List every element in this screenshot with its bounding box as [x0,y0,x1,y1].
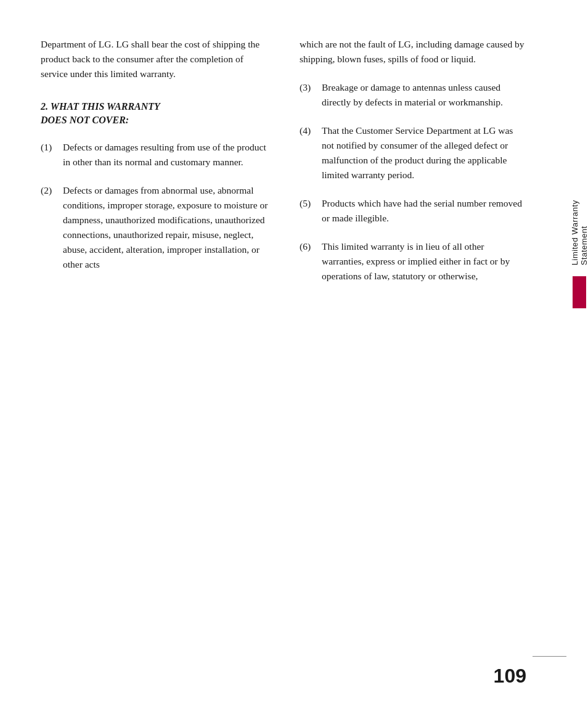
right-list-item-4: (4) That the Customer Service Department… [300,123,526,183]
right-list-number-6: (6) [300,239,322,284]
right-list-number-4: (4) [300,123,322,183]
intro-text: Department of LG. LG shall bear the cost… [41,37,269,81]
list-number-1: (1) [41,140,63,170]
list-item-1: (1) Defects or damages resulting from us… [41,140,269,170]
right-list-number-5: (5) [300,196,322,226]
sidebar-tab: Limited Warranty Statement [571,173,588,308]
right-list-text-3: Breakage or damage to antennas unless ca… [322,80,526,110]
right-item-continuation: which are not the fault of LG, including… [300,37,526,67]
right-list-text-6: This limited warranty is in lieu of all … [322,239,526,284]
right-list-item-3: (3) Breakage or damage to antennas unles… [300,80,526,110]
sidebar-red-bar [573,276,586,308]
content-area: Department of LG. LG shall bear the cost… [41,37,526,657]
right-list-item-5: (5) Products which have had the serial n… [300,196,526,226]
section-heading-line2: DOES NOT COVER: [41,113,269,127]
left-column: Department of LG. LG shall bear the cost… [41,37,287,657]
right-list-number-3: (3) [300,80,322,110]
section-heading: 2. WHAT THIS WARRANTY DOES NOT COVER: [41,100,269,128]
sidebar-label: Limited Warranty Statement [570,173,588,265]
list-number-2: (2) [41,183,63,272]
right-list-text-4: That the Customer Service Department at … [322,123,526,183]
right-list-item-6: (6) This limited warranty is in lieu of … [300,239,526,284]
list-text-2: Defects or damages from abnormal use, ab… [63,183,269,272]
section-heading-line1: 2. WHAT THIS WARRANTY [41,100,269,113]
bottom-divider-line [533,656,566,657]
list-item-2: (2) Defects or damages from abnormal use… [41,183,269,272]
page-number: 109 [494,665,526,688]
right-item-continuation-text: which are not the fault of LG, including… [300,39,525,64]
right-list-text-5: Products which have had the serial numbe… [322,196,526,226]
page-container: Department of LG. LG shall bear the cost… [0,0,588,706]
right-column: which are not the fault of LG, including… [287,37,526,657]
list-text-1: Defects or damages resulting from use of… [63,140,269,170]
